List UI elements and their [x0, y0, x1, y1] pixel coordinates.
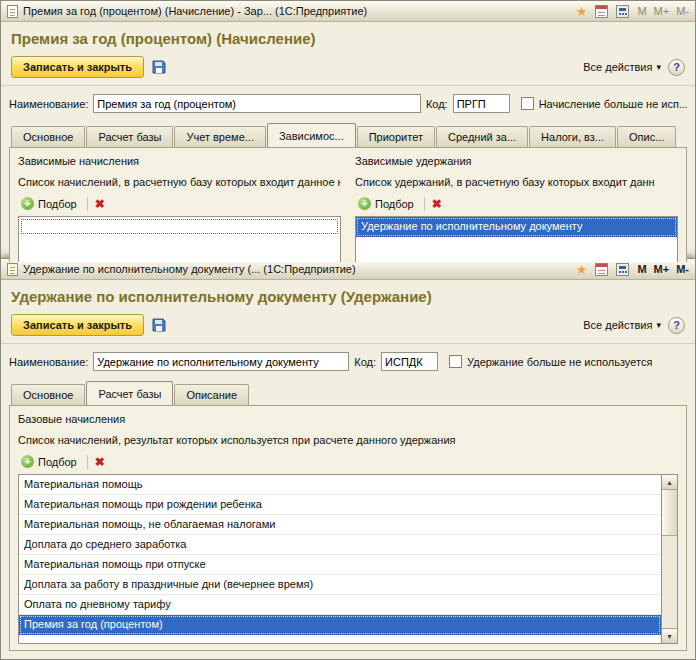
all-actions-button[interactable]: Все действия▾	[583, 319, 661, 331]
pick-button-label: Подбор	[375, 198, 414, 210]
name-label: Наименование:	[9, 356, 88, 368]
tab[interactable]: Опис...	[617, 126, 676, 147]
not-used-checkbox[interactable]	[449, 355, 462, 368]
memory-button[interactable]: М	[637, 263, 646, 275]
toolbar-separator	[424, 197, 425, 211]
help-button[interactable]: ?	[668, 317, 685, 334]
tab[interactable]: Приоритет	[357, 126, 435, 147]
tab[interactable]: Учет време...	[174, 126, 266, 147]
tab-strip: ОсновноеРасчет базыУчет време...Зависимо…	[9, 123, 687, 147]
all-actions-label: Все действия	[583, 319, 652, 331]
base-accruals-list[interactable]: Материальная помощьМатериальная помощь п…	[18, 474, 661, 644]
base-accruals-group-title: Базовые начисления	[18, 413, 678, 425]
code-input[interactable]	[453, 94, 510, 113]
dependent-accruals-column: Зависимые начисления Список начислений, …	[18, 154, 341, 263]
calculator-memory-buttons: ММ+М-	[637, 263, 689, 275]
deductions-toolbar: +Подбор ✖	[355, 196, 678, 211]
tab[interactable]: Налоги, вз...	[529, 126, 616, 147]
favorites-star-icon[interactable]: ★	[576, 5, 588, 18]
tab[interactable]: Расчет базы	[86, 126, 173, 147]
tab[interactable]: Основное	[11, 384, 85, 405]
plus-icon: +	[358, 197, 371, 210]
memory-button[interactable]: М	[637, 5, 646, 17]
accruals-list[interactable]	[18, 216, 341, 263]
titlebar[interactable]: Удержание по исполнительному документу (…	[1, 259, 695, 280]
window-system-icon[interactable]	[7, 5, 18, 18]
base-accruals-toolbar: +Подбор ✖	[18, 454, 678, 469]
list-item[interactable]: Материальная помощь	[19, 475, 661, 495]
code-label: Код:	[354, 356, 376, 368]
dependent-tab-panel: Зависимые начисления Список начислений, …	[9, 147, 687, 263]
name-input[interactable]	[93, 352, 349, 371]
favorites-star-icon[interactable]: ★	[576, 263, 588, 276]
window-system-icon[interactable]	[7, 263, 18, 276]
list-item[interactable]: Материальная помощь, не облагаемая налог…	[19, 515, 661, 535]
memory-button[interactable]: М-	[676, 5, 689, 17]
pick-button-label: Подбор	[38, 456, 77, 468]
deductions-group-title: Зависимые удержания	[355, 155, 678, 167]
calculator-icon[interactable]	[616, 5, 629, 18]
calendar-icon[interactable]	[595, 5, 608, 18]
list-item[interactable]: Премия за год (процентом)	[19, 615, 661, 635]
accruals-group-description: Список начислений, в расчетную базу кото…	[18, 176, 341, 188]
fields-row: Наименование: Код: Начисление больше не …	[9, 94, 687, 113]
all-actions-label: Все действия	[583, 61, 652, 73]
scroll-thumb[interactable]	[662, 490, 677, 536]
code-input[interactable]	[381, 352, 438, 371]
calc-base-tab-panel: Базовые начисления Список начислений, ре…	[9, 405, 687, 651]
plus-icon: +	[21, 455, 34, 468]
vertical-scrollbar[interactable]: ▲ ▼	[661, 474, 678, 644]
deductions-group-description: Список удержаний, в расчетную базу котор…	[355, 176, 678, 188]
memory-button[interactable]: М+	[654, 5, 670, 17]
tab[interactable]: Основное	[11, 126, 85, 147]
empty-focus-row[interactable]	[21, 219, 338, 234]
list-item[interactable]: Доплата до среднего заработка	[19, 535, 661, 555]
delete-icon[interactable]: ✖	[95, 456, 105, 468]
scroll-down-button[interactable]: ▼	[662, 628, 677, 643]
window-deduction-writ: Удержание по исполнительному документу (…	[0, 258, 696, 660]
all-actions-button[interactable]: Все действия▾	[583, 61, 661, 73]
pick-button[interactable]: +Подбор	[18, 196, 80, 211]
save-close-button[interactable]: Записать и закрыть	[11, 56, 144, 78]
tab[interactable]: Описание	[174, 384, 249, 405]
not-used-checkbox-label: Начисление больше не исп...	[539, 98, 687, 110]
tab[interactable]: Зависимос...	[267, 123, 356, 147]
toolbar-separator	[87, 197, 88, 211]
base-accruals-description: Список начислений, результат которых исп…	[18, 434, 678, 446]
not-used-checkbox[interactable]	[521, 97, 534, 110]
window-body: Удержание по исполнительному документу (…	[1, 280, 695, 659]
pick-button[interactable]: +Подбор	[355, 196, 417, 211]
list-item[interactable]: Материальная помощь при отпуске	[19, 555, 661, 575]
tab[interactable]: Расчет базы	[86, 381, 173, 405]
list-item[interactable]: Оплата по дневному тарифу	[19, 595, 661, 615]
calendar-icon[interactable]	[595, 263, 608, 276]
window-body: Премия за год (процентом) (Начисление) З…	[1, 22, 695, 263]
window-title: Премия за год (процентом) (Начисление) -…	[23, 5, 367, 17]
scroll-track[interactable]	[662, 490, 677, 628]
calculator-icon[interactable]	[616, 263, 629, 276]
plus-icon: +	[21, 197, 34, 210]
save-icon[interactable]	[151, 317, 167, 333]
save-icon[interactable]	[151, 59, 167, 75]
pick-button[interactable]: +Подбор	[18, 454, 80, 469]
save-close-button[interactable]: Записать и закрыть	[11, 314, 144, 336]
tab[interactable]: Средний за...	[436, 126, 528, 147]
list-item[interactable]: Доплата за работу в праздничные дни (веч…	[19, 575, 661, 595]
name-input[interactable]	[93, 94, 421, 113]
deductions-list[interactable]: Удержание по исполнительному документу	[355, 216, 678, 263]
titlebar[interactable]: Премия за год (процентом) (Начисление) -…	[1, 1, 695, 22]
calculator-memory-buttons: ММ+М-	[637, 5, 689, 17]
memory-button[interactable]: М+	[654, 263, 670, 275]
accruals-group-title: Зависимые начисления	[18, 155, 341, 167]
scroll-up-button[interactable]: ▲	[662, 475, 677, 490]
delete-icon[interactable]: ✖	[95, 198, 105, 210]
name-label: Наименование:	[9, 98, 88, 110]
list-item[interactable]: Материальная помощь при рождении ребенка	[19, 495, 661, 515]
help-button[interactable]: ?	[668, 59, 685, 76]
pick-button-label: Подбор	[38, 198, 77, 210]
dependent-deductions-column: Зависимые удержания Список удержаний, в …	[355, 154, 678, 263]
memory-button[interactable]: М-	[676, 263, 689, 275]
not-used-checkbox-label: Удержание больше не используется	[467, 356, 652, 368]
list-item[interactable]: Удержание по исполнительному документу	[356, 217, 677, 237]
delete-icon[interactable]: ✖	[432, 198, 442, 210]
